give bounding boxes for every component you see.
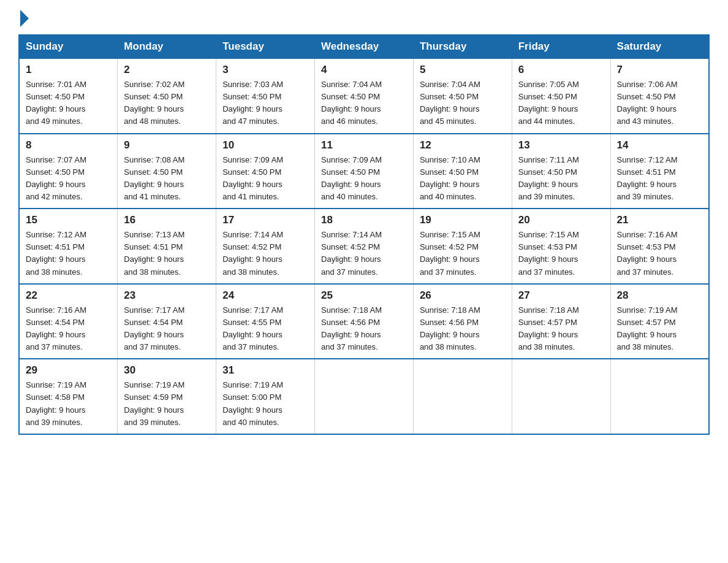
- page-header: [18, 12, 710, 23]
- calendar-cell: 2Sunrise: 7:02 AMSunset: 4:50 PMDaylight…: [118, 58, 216, 134]
- day-header-saturday: Saturday: [610, 35, 709, 58]
- day-info: Sunrise: 7:15 AMSunset: 4:52 PMDaylight:…: [420, 229, 506, 278]
- day-number: 31: [222, 364, 308, 377]
- day-number: 16: [124, 214, 210, 226]
- calendar-cell: 20Sunrise: 7:15 AMSunset: 4:53 PMDayligh…: [512, 209, 610, 284]
- calendar-cell: 10Sunrise: 7:09 AMSunset: 4:50 PMDayligh…: [216, 134, 315, 209]
- day-info: Sunrise: 7:12 AMSunset: 4:51 PMDaylight:…: [26, 229, 111, 278]
- day-header-tuesday: Tuesday: [216, 35, 315, 58]
- day-info: Sunrise: 7:16 AMSunset: 4:54 PMDaylight:…: [26, 304, 111, 354]
- calendar-cell: 4Sunrise: 7:04 AMSunset: 4:50 PMDaylight…: [315, 58, 414, 134]
- calendar-cell: [413, 359, 512, 434]
- calendar-cell: 22Sunrise: 7:16 AMSunset: 4:54 PMDayligh…: [19, 284, 118, 359]
- calendar-cell: [315, 359, 414, 434]
- day-info: Sunrise: 7:18 AMSunset: 4:56 PMDaylight:…: [321, 304, 407, 354]
- day-number: 21: [617, 214, 702, 226]
- calendar-cell: 18Sunrise: 7:14 AMSunset: 4:52 PMDayligh…: [315, 209, 414, 284]
- day-number: 26: [420, 289, 506, 302]
- day-info: Sunrise: 7:05 AMSunset: 4:50 PMDaylight:…: [518, 79, 604, 128]
- calendar-cell: 19Sunrise: 7:15 AMSunset: 4:52 PMDayligh…: [413, 209, 512, 284]
- day-number: 5: [420, 64, 506, 76]
- day-number: 1: [26, 64, 111, 76]
- logo: [18, 12, 29, 23]
- day-number: 24: [222, 289, 308, 302]
- day-info: Sunrise: 7:18 AMSunset: 4:56 PMDaylight:…: [420, 304, 506, 354]
- calendar-cell: 28Sunrise: 7:19 AMSunset: 4:57 PMDayligh…: [610, 284, 709, 359]
- day-number: 14: [617, 139, 702, 151]
- week-row-3: 15Sunrise: 7:12 AMSunset: 4:51 PMDayligh…: [19, 209, 709, 284]
- day-number: 30: [124, 364, 210, 377]
- day-info: Sunrise: 7:04 AMSunset: 4:50 PMDaylight:…: [321, 79, 407, 128]
- day-number: 9: [124, 139, 210, 151]
- calendar-cell: 21Sunrise: 7:16 AMSunset: 4:53 PMDayligh…: [610, 209, 709, 284]
- day-number: 28: [617, 289, 702, 302]
- day-info: Sunrise: 7:18 AMSunset: 4:57 PMDaylight:…: [518, 304, 604, 354]
- day-header-monday: Monday: [118, 35, 216, 58]
- day-info: Sunrise: 7:17 AMSunset: 4:55 PMDaylight:…: [222, 304, 308, 354]
- day-header-thursday: Thursday: [413, 35, 512, 58]
- day-number: 11: [321, 139, 407, 151]
- calendar-cell: 14Sunrise: 7:12 AMSunset: 4:51 PMDayligh…: [610, 134, 709, 209]
- calendar-cell: 12Sunrise: 7:10 AMSunset: 4:50 PMDayligh…: [413, 134, 512, 209]
- day-number: 7: [617, 64, 702, 76]
- day-number: 19: [420, 214, 506, 226]
- calendar-cell: 9Sunrise: 7:08 AMSunset: 4:50 PMDaylight…: [118, 134, 216, 209]
- calendar-cell: 1Sunrise: 7:01 AMSunset: 4:50 PMDaylight…: [19, 58, 118, 134]
- day-info: Sunrise: 7:14 AMSunset: 4:52 PMDaylight:…: [222, 229, 308, 278]
- week-row-5: 29Sunrise: 7:19 AMSunset: 4:58 PMDayligh…: [19, 359, 709, 434]
- day-number: 23: [124, 289, 210, 302]
- day-number: 20: [518, 214, 604, 226]
- calendar-table: SundayMondayTuesdayWednesdayThursdayFrid…: [18, 34, 710, 435]
- day-number: 18: [321, 214, 407, 226]
- day-number: 8: [26, 139, 111, 151]
- calendar-cell: 13Sunrise: 7:11 AMSunset: 4:50 PMDayligh…: [512, 134, 610, 209]
- calendar-cell: 25Sunrise: 7:18 AMSunset: 4:56 PMDayligh…: [315, 284, 414, 359]
- calendar-cell: 6Sunrise: 7:05 AMSunset: 4:50 PMDaylight…: [512, 58, 610, 134]
- calendar-cell: 31Sunrise: 7:19 AMSunset: 5:00 PMDayligh…: [216, 359, 315, 434]
- calendar-cell: 26Sunrise: 7:18 AMSunset: 4:56 PMDayligh…: [413, 284, 512, 359]
- calendar-cell: 23Sunrise: 7:17 AMSunset: 4:54 PMDayligh…: [118, 284, 216, 359]
- day-number: 15: [26, 214, 111, 226]
- day-header-friday: Friday: [512, 35, 610, 58]
- day-info: Sunrise: 7:01 AMSunset: 4:50 PMDaylight:…: [26, 79, 111, 128]
- day-info: Sunrise: 7:03 AMSunset: 4:50 PMDaylight:…: [222, 79, 308, 128]
- day-info: Sunrise: 7:14 AMSunset: 4:52 PMDaylight:…: [321, 229, 407, 278]
- calendar-cell: 29Sunrise: 7:19 AMSunset: 4:58 PMDayligh…: [19, 359, 118, 434]
- day-info: Sunrise: 7:15 AMSunset: 4:53 PMDaylight:…: [518, 229, 604, 278]
- day-number: 13: [518, 139, 604, 151]
- days-header-row: SundayMondayTuesdayWednesdayThursdayFrid…: [19, 35, 709, 58]
- day-number: 6: [518, 64, 604, 76]
- day-info: Sunrise: 7:06 AMSunset: 4:50 PMDaylight:…: [617, 79, 702, 128]
- calendar-cell: [512, 359, 610, 434]
- day-info: Sunrise: 7:19 AMSunset: 5:00 PMDaylight:…: [222, 379, 308, 429]
- calendar-cell: 8Sunrise: 7:07 AMSunset: 4:50 PMDaylight…: [19, 134, 118, 209]
- calendar-cell: 27Sunrise: 7:18 AMSunset: 4:57 PMDayligh…: [512, 284, 610, 359]
- day-info: Sunrise: 7:02 AMSunset: 4:50 PMDaylight:…: [124, 79, 210, 128]
- calendar-cell: 16Sunrise: 7:13 AMSunset: 4:51 PMDayligh…: [118, 209, 216, 284]
- calendar-cell: 17Sunrise: 7:14 AMSunset: 4:52 PMDayligh…: [216, 209, 315, 284]
- day-info: Sunrise: 7:09 AMSunset: 4:50 PMDaylight:…: [321, 154, 407, 204]
- day-info: Sunrise: 7:09 AMSunset: 4:50 PMDaylight:…: [222, 154, 308, 204]
- day-number: 12: [420, 139, 506, 151]
- day-number: 29: [26, 364, 111, 377]
- week-row-4: 22Sunrise: 7:16 AMSunset: 4:54 PMDayligh…: [19, 284, 709, 359]
- day-info: Sunrise: 7:12 AMSunset: 4:51 PMDaylight:…: [617, 154, 702, 204]
- day-info: Sunrise: 7:19 AMSunset: 4:59 PMDaylight:…: [124, 379, 210, 429]
- day-number: 17: [222, 214, 308, 226]
- day-info: Sunrise: 7:10 AMSunset: 4:50 PMDaylight:…: [420, 154, 506, 204]
- calendar-cell: 30Sunrise: 7:19 AMSunset: 4:59 PMDayligh…: [118, 359, 216, 434]
- day-number: 25: [321, 289, 407, 302]
- calendar-cell: 7Sunrise: 7:06 AMSunset: 4:50 PMDaylight…: [610, 58, 709, 134]
- day-info: Sunrise: 7:19 AMSunset: 4:58 PMDaylight:…: [26, 379, 111, 429]
- calendar-cell: [610, 359, 709, 434]
- day-info: Sunrise: 7:11 AMSunset: 4:50 PMDaylight:…: [518, 154, 604, 204]
- day-number: 2: [124, 64, 210, 76]
- day-number: 10: [222, 139, 308, 151]
- day-info: Sunrise: 7:13 AMSunset: 4:51 PMDaylight:…: [124, 229, 210, 278]
- week-row-1: 1Sunrise: 7:01 AMSunset: 4:50 PMDaylight…: [19, 58, 709, 134]
- calendar-cell: 11Sunrise: 7:09 AMSunset: 4:50 PMDayligh…: [315, 134, 414, 209]
- day-info: Sunrise: 7:07 AMSunset: 4:50 PMDaylight:…: [26, 154, 111, 204]
- day-header-wednesday: Wednesday: [315, 35, 414, 58]
- day-info: Sunrise: 7:19 AMSunset: 4:57 PMDaylight:…: [617, 304, 702, 354]
- calendar-cell: 3Sunrise: 7:03 AMSunset: 4:50 PMDaylight…: [216, 58, 315, 134]
